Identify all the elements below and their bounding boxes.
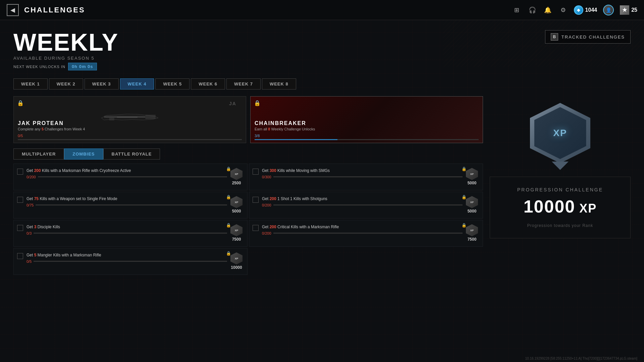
challenge-lock-3: 🔒: [226, 195, 231, 199]
challenge-progress-1: 0/200: [26, 175, 227, 179]
card-name-chain: CHAINBREAKER: [255, 120, 479, 126]
challenge-content-5: Get 3 Disciple Kills 0/3: [26, 224, 227, 235]
week-tab-3[interactable]: WEEK 3: [85, 78, 119, 89]
xp-badge-5: [230, 224, 243, 236]
ch-prog-label-4: 0/200: [262, 203, 271, 207]
challenge-reward-3: 5000: [230, 196, 243, 214]
chain-progress-label: 3/8: [255, 134, 260, 138]
chain-progress-bar-fill: [255, 139, 337, 140]
challenge-content-7: Get 5 Mangler Kills with a Marksman Rifl…: [26, 252, 227, 263]
challenge-item-2: Get 300 Kills while Moving with SMGs 0/3…: [249, 164, 483, 190]
timer-display: 0h 0m 0s: [68, 63, 97, 70]
grid-icon[interactable]: ⊞: [512, 5, 522, 15]
page-title: CHALLENGES: [24, 6, 85, 14]
challenge-checkbox-1[interactable]: [17, 169, 23, 175]
xp-badge-3: [230, 196, 243, 208]
xp-badge-4: [466, 196, 478, 208]
xp-badge-2: [466, 168, 478, 180]
week-tab-4[interactable]: WEEK 4: [120, 78, 154, 89]
headset-icon[interactable]: 🎧: [528, 5, 537, 15]
card-progress-jak: 0/5: [18, 132, 242, 140]
week-tab-5[interactable]: WEEK 5: [155, 78, 190, 89]
challenge-text-5: Get 3 Disciple Kills: [26, 224, 227, 230]
challenge-item-5: Get 3 Disciple Kills 0/3 🔒 7500: [13, 220, 248, 247]
challenge-lock-5: 🔒: [226, 223, 231, 228]
topbar: ◀ CHALLENGES ⊞ 🎧 🔔 ⚙ ◆ 1044 👤 ★ 25: [0, 0, 644, 20]
reward-amount-7: 10000: [231, 265, 242, 270]
ch-prog-bar-bg-2: [273, 176, 463, 177]
week-tab-6[interactable]: WEEK 6: [191, 78, 225, 89]
xp-token-display: ★ 25: [620, 5, 637, 15]
card-logo-jak: JA: [229, 100, 243, 108]
week-tab-2[interactable]: WEEK 2: [49, 78, 83, 89]
challenge-reward-6: 7500: [466, 224, 478, 242]
xp-badge-1: [230, 168, 243, 180]
challenge-checkbox-6[interactable]: [253, 225, 259, 231]
back-button[interactable]: ◀: [7, 4, 19, 16]
mode-tab-zombies[interactable]: ZOMBIES: [64, 148, 103, 160]
challenge-text-4: Get 200 1 Shot 1 Kills with Shotguns: [262, 196, 463, 202]
currency-display: ◆ 1044: [574, 5, 597, 15]
week-tab-1[interactable]: WEEK 1: [13, 78, 48, 89]
mode-tabs: MULTIPLAYER ZOMBIES BATTLE ROYALE: [13, 148, 483, 160]
operator-avatar: 👤: [603, 5, 614, 15]
week-tabs: WEEK 1 WEEK 2 WEEK 3 WEEK 4 WEEK 5 WEEK …: [13, 78, 631, 89]
ch-prog-label-6: 0/200: [262, 231, 271, 235]
week-tab-7[interactable]: WEEK 7: [226, 78, 261, 89]
card-lock-jak: 🔒: [17, 100, 24, 106]
challenge-text-3: Get 75 Kills with a Weapon set to Single…: [26, 196, 227, 202]
challenge-checkbox-7[interactable]: [17, 253, 23, 259]
unlock-label: NEXT WEEK UNLOCKS IN: [13, 65, 65, 69]
reward-amount-4: 5000: [468, 209, 477, 214]
currency-value: 1044: [585, 7, 597, 13]
challenge-checkbox-2[interactable]: [253, 169, 259, 175]
challenge-content-3: Get 75 Kills with a Weapon set to Single…: [26, 196, 227, 207]
chain-progress-bar-bg: [255, 139, 479, 140]
ch-prog-bar-bg-5: [34, 233, 227, 234]
challenge-progress-4: 0/200: [262, 203, 463, 207]
svg-text:JA: JA: [229, 101, 236, 106]
card-desc-jak: Complete any 5 Challenges from Week 4: [18, 127, 242, 131]
available-text: AVAILABLE DURING SEASON 5: [13, 56, 118, 61]
challenge-reward-5: 7500: [230, 224, 243, 242]
ch-prog-bar-bg-1: [38, 176, 227, 177]
ch-prog-bar-bg-4: [273, 204, 463, 205]
tracked-key: B: [551, 33, 558, 41]
mode-tab-battle-royale[interactable]: BATTLE ROYALE: [103, 148, 160, 160]
challenge-reward-2: 5000: [466, 168, 478, 185]
unlock-timer: NEXT WEEK UNLOCKS IN 0h 0m 0s: [13, 63, 118, 70]
bell-icon[interactable]: 🔔: [543, 5, 552, 15]
progression-title: PROGRESSION CHALLENGE: [497, 187, 624, 192]
topbar-right: ⊞ 🎧 🔔 ⚙ ◆ 1044 👤 ★ 25: [512, 5, 637, 15]
challenge-checkbox-5[interactable]: [17, 225, 23, 231]
tracked-challenges-button[interactable]: B TRACKED CHALLENGES: [545, 30, 631, 44]
challenge-text-1: Get 200 Kills with a Marksman Rifle with…: [26, 168, 227, 174]
mode-tab-multiplayer[interactable]: MULTIPLAYER: [13, 148, 64, 160]
ch-prog-label-1: 0/200: [26, 175, 36, 179]
card-progress-chain: 3/8: [255, 132, 479, 140]
week-tab-8[interactable]: WEEK 8: [262, 78, 296, 89]
left-panel: 🔒 JA JAK PROTEAN: [13, 96, 483, 275]
challenge-lock-2: 🔒: [462, 167, 467, 171]
xp-badge-6: [466, 224, 478, 236]
ch-prog-label-7: 0/5: [26, 259, 32, 263]
hex-bottom-triangle: [552, 162, 569, 170]
challenge-item-4: Get 200 1 Shot 1 Kills with Shotguns 0/2…: [249, 192, 483, 219]
challenge-checkbox-3[interactable]: [17, 197, 23, 203]
xp-display-area: XP PROGRESSION CHALLENGE 10000 XP Progre…: [490, 96, 631, 238]
challenge-progress-5: 0/3: [26, 231, 227, 235]
progression-xp: 10000 XP: [497, 196, 624, 217]
challenge-lock-7: 🔒: [226, 251, 231, 256]
challenge-progress-6: 0/200: [262, 231, 463, 235]
reward-cards: 🔒 JA JAK PROTEAN: [13, 96, 483, 143]
reward-amount-2: 5000: [468, 181, 477, 185]
card-bottom-chain: CHAINBREAKER Earn all 8 Weekly Challenge…: [251, 118, 483, 143]
currency-icon: ◆: [574, 5, 583, 15]
challenge-content-1: Get 200 Kills with a Marksman Rifle with…: [26, 168, 227, 179]
challenge-checkbox-4[interactable]: [253, 197, 259, 203]
settings-icon[interactable]: ⚙: [558, 5, 568, 15]
reward-amount-1: 2500: [232, 181, 241, 185]
xp-hexagon: XP: [530, 103, 590, 163]
ch-prog-label-5: 0/3: [26, 231, 32, 235]
challenge-lock-1: 🔒: [226, 167, 231, 171]
